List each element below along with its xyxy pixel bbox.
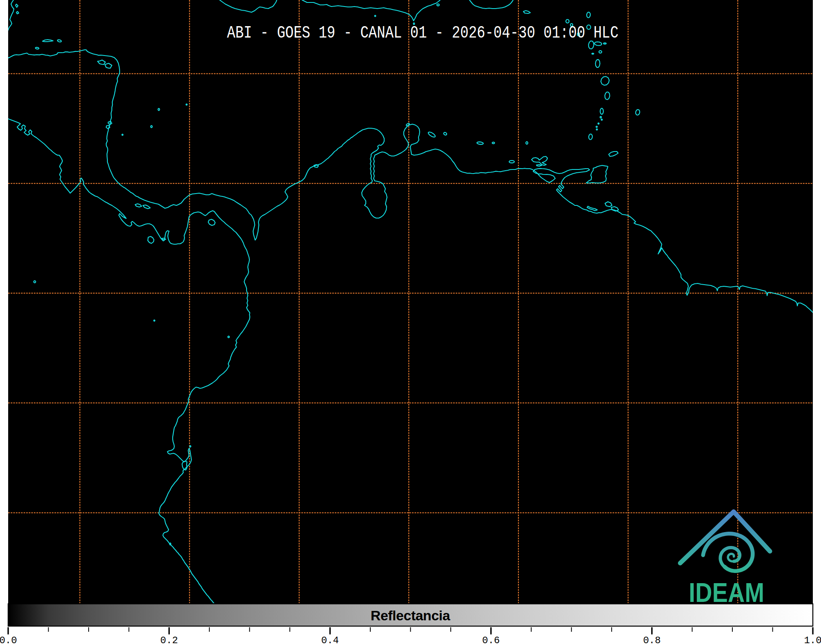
svg-text:1.0: 1.0: [804, 635, 821, 644]
svg-text:0.6: 0.6: [482, 635, 500, 644]
svg-text:0.4: 0.4: [321, 635, 339, 644]
svg-text:0.0: 0.0: [0, 635, 17, 644]
svg-text:ABI - GOES 19 - CANAL 01 - 202: ABI - GOES 19 - CANAL 01 - 2026-04-30 01…: [227, 23, 619, 43]
svg-text:IDEAM: IDEAM: [689, 577, 764, 608]
svg-text:Reflectancia: Reflectancia: [371, 608, 451, 623]
svg-text:0.2: 0.2: [160, 635, 178, 644]
svg-text:0.8: 0.8: [643, 635, 661, 644]
